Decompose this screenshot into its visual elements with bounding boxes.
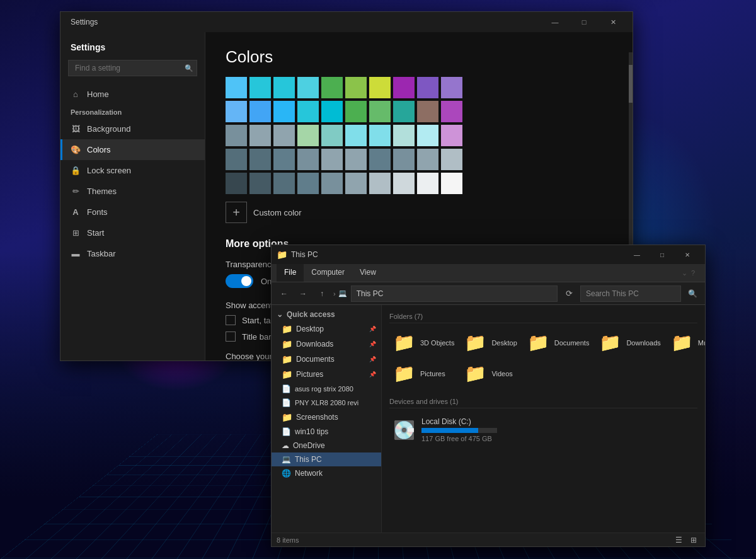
color-swatch-41[interactable] xyxy=(249,173,271,194)
color-swatch-8[interactable] xyxy=(417,77,438,98)
sidebar-documents[interactable]: 📁 Documents 📌 xyxy=(272,352,381,367)
color-swatch-47[interactable] xyxy=(393,173,415,194)
checkbox-titlebar[interactable] xyxy=(226,331,236,342)
sidebar-item-colors[interactable]: 🎨 Colors xyxy=(60,139,205,160)
color-swatch-39[interactable] xyxy=(441,149,462,170)
color-swatch-32[interactable] xyxy=(273,149,295,170)
color-swatch-37[interactable] xyxy=(393,149,415,170)
settings-maximize-button[interactable]: □ xyxy=(570,12,598,32)
color-swatch-9[interactable] xyxy=(441,77,462,98)
local-disk-item[interactable]: 💽 Local Disk (C:) 117 GB free of 475 GB xyxy=(389,413,697,446)
folder-item-videos[interactable]: 📁 Videos xyxy=(461,359,520,388)
sidebar-item-fonts[interactable]: A Fonts xyxy=(60,202,205,222)
sidebar-file3[interactable]: 📄 win10 tips xyxy=(272,425,381,439)
color-swatch-28[interactable] xyxy=(417,125,438,146)
sidebar-downloads[interactable]: 📁 Downloads 📌 xyxy=(272,337,381,352)
ribbon-tab-view[interactable]: View xyxy=(352,264,384,282)
color-swatch-26[interactable] xyxy=(369,125,391,146)
color-swatch-29[interactable] xyxy=(441,125,462,146)
color-swatch-45[interactable] xyxy=(345,173,367,194)
folder-item-3d-objects[interactable]: 📁 3D Objects xyxy=(389,328,458,357)
color-swatch-23[interactable] xyxy=(297,125,319,146)
color-swatch-38[interactable] xyxy=(417,149,438,170)
color-swatch-16[interactable] xyxy=(369,101,391,122)
sidebar-file2[interactable]: 📄 PNY XLR8 2080 revi xyxy=(272,396,381,410)
color-swatch-35[interactable] xyxy=(345,149,367,170)
sidebar-item-lockscreen[interactable]: 🔒 Lock screen xyxy=(60,160,205,181)
sidebar-pictures[interactable]: 📁 Pictures 📌 xyxy=(272,367,381,382)
folder-item-downloads[interactable]: 📁 Downloads xyxy=(595,328,664,357)
color-swatch-14[interactable] xyxy=(321,101,343,122)
sidebar-item-home[interactable]: ⌂ Home xyxy=(60,84,205,105)
color-swatch-34[interactable] xyxy=(321,149,343,170)
explorer-search-bar[interactable]: Search This PC xyxy=(580,285,681,302)
view-details-button[interactable]: ☰ xyxy=(672,534,685,546)
sidebar-network[interactable]: 🌐 Network xyxy=(272,466,381,480)
color-swatch-11[interactable] xyxy=(249,101,271,122)
color-swatch-19[interactable] xyxy=(441,101,462,122)
color-swatch-1[interactable] xyxy=(249,77,271,98)
explorer-maximize-button[interactable]: □ xyxy=(650,245,675,264)
address-path[interactable]: This PC xyxy=(351,285,558,302)
color-swatch-4[interactable] xyxy=(321,77,343,98)
color-swatch-33[interactable] xyxy=(297,149,319,170)
nav-forward-button[interactable]: → xyxy=(295,286,311,301)
explorer-minimize-button[interactable]: — xyxy=(624,245,650,264)
sidebar-screenshots[interactable]: 📁 Screenshots xyxy=(272,410,381,425)
color-swatch-22[interactable] xyxy=(273,125,295,146)
color-swatch-43[interactable] xyxy=(297,173,319,194)
color-swatch-49[interactable] xyxy=(441,173,462,194)
sidebar-item-themes[interactable]: ✏ Themes xyxy=(60,181,205,202)
color-swatch-3[interactable] xyxy=(297,77,319,98)
nav-back-button[interactable]: ← xyxy=(277,286,292,301)
color-swatch-18[interactable] xyxy=(417,101,438,122)
checkbox-start[interactable] xyxy=(226,315,236,325)
color-swatch-30[interactable] xyxy=(226,149,247,170)
nav-up-button[interactable]: ↑ xyxy=(314,286,329,301)
color-swatch-48[interactable] xyxy=(417,173,438,194)
ribbon-expand-btn[interactable]: ⌄ xyxy=(682,269,687,277)
folder-item-documents[interactable]: 📁 Documents xyxy=(524,328,593,357)
explorer-search-button[interactable]: 🔍 xyxy=(685,286,700,301)
ribbon-tab-computer[interactable]: Computer xyxy=(304,264,352,282)
color-swatch-36[interactable] xyxy=(369,149,391,170)
scrollbar-thumb[interactable] xyxy=(629,65,633,103)
color-swatch-27[interactable] xyxy=(393,125,415,146)
color-swatch-44[interactable] xyxy=(321,173,343,194)
folder-item-pictures[interactable]: 📁 Pictures xyxy=(389,359,458,388)
ribbon-help-btn[interactable]: ? xyxy=(691,269,695,277)
ribbon-tab-file[interactable]: File xyxy=(277,264,304,282)
sidebar-item-background[interactable]: 🖼 Background xyxy=(60,118,205,139)
color-swatch-5[interactable] xyxy=(345,77,367,98)
color-swatch-0[interactable] xyxy=(226,77,247,98)
folder-item-music[interactable]: 📁 Music xyxy=(667,328,705,357)
sidebar-file1[interactable]: 📄 asus rog strix 2080 xyxy=(272,382,381,396)
custom-color-button[interactable]: + Custom color xyxy=(226,202,612,223)
color-swatch-6[interactable] xyxy=(369,77,391,98)
explorer-close-button[interactable]: ✕ xyxy=(675,245,700,264)
search-input[interactable] xyxy=(68,60,197,76)
sidebar-desktop[interactable]: 📁 Desktop 📌 xyxy=(272,321,381,337)
color-swatch-15[interactable] xyxy=(345,101,367,122)
refresh-button[interactable]: ⟳ xyxy=(561,286,576,301)
color-swatch-40[interactable] xyxy=(226,173,247,194)
sidebar-this-pc[interactable]: 💻 This PC xyxy=(272,452,381,466)
color-swatch-13[interactable] xyxy=(297,101,319,122)
color-swatch-24[interactable] xyxy=(321,125,343,146)
search-box[interactable]: 🔍 xyxy=(68,60,197,76)
color-swatch-10[interactable] xyxy=(226,101,247,122)
sidebar-item-taskbar[interactable]: ▬ Taskbar xyxy=(60,243,205,264)
color-swatch-25[interactable] xyxy=(345,125,367,146)
sidebar-item-start[interactable]: ⊞ Start xyxy=(60,222,205,243)
color-swatch-46[interactable] xyxy=(369,173,391,194)
color-swatch-17[interactable] xyxy=(393,101,415,122)
color-swatch-42[interactable] xyxy=(273,173,295,194)
color-swatch-2[interactable] xyxy=(273,77,295,98)
color-swatch-20[interactable] xyxy=(226,125,247,146)
sidebar-onedrive[interactable]: ☁ OneDrive xyxy=(272,439,381,452)
color-swatch-31[interactable] xyxy=(249,149,271,170)
settings-close-button[interactable]: ✕ xyxy=(598,12,627,32)
folder-item-desktop[interactable]: 📁 Desktop xyxy=(461,328,520,357)
settings-minimize-button[interactable]: — xyxy=(541,12,570,32)
color-swatch-12[interactable] xyxy=(273,101,295,122)
